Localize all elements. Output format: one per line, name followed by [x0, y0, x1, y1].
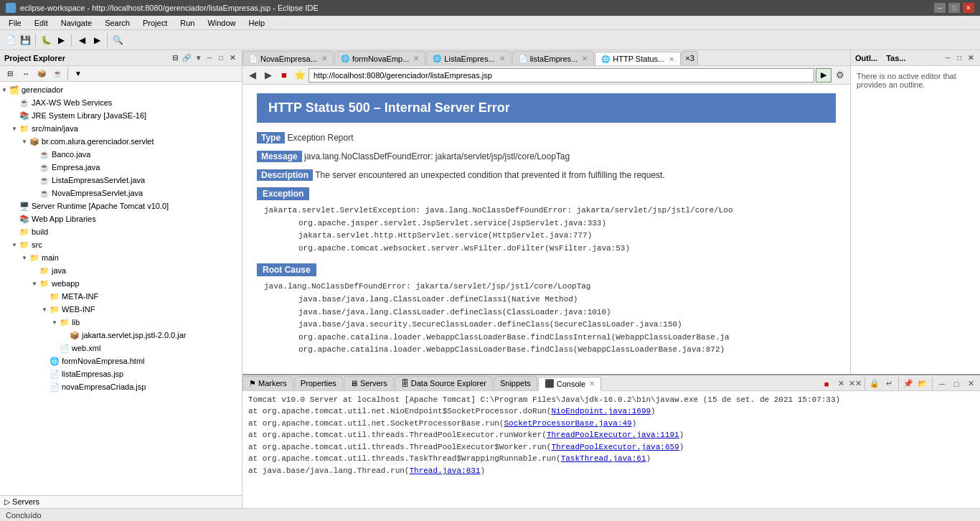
terminate-button[interactable]: ■ — [820, 377, 833, 390]
console-link[interactable]: SocketProcessorBase.java:49 — [504, 419, 631, 428]
word-wrap-button[interactable]: ↵ — [882, 377, 895, 390]
tab-overflow[interactable]: ×3 — [682, 51, 698, 65]
tree-item[interactable]: ☕ListaEmpresasServlet.java — [0, 174, 242, 187]
search-toolbar-button[interactable]: 🔍 — [110, 33, 125, 47]
tab-lista-empresas-jsp[interactable]: 📄 listaEmpres... ✕ — [512, 51, 595, 65]
tree-item[interactable]: 📄novaEmpresaCriada.jsp — [0, 380, 242, 393]
url-input[interactable] — [308, 68, 814, 83]
go-button[interactable]: ▶ — [816, 68, 831, 83]
tree-item[interactable]: ☕NovaEmpresaServlet.java — [0, 187, 242, 200]
tree-item[interactable]: 📄listaEmpresas.jsp — [0, 367, 242, 380]
browser-back-button[interactable]: ◀ — [245, 68, 260, 83]
tree-item[interactable]: 🌐formNovaEmpresa.html — [0, 355, 242, 367]
tab-properties[interactable]: Properties — [294, 376, 343, 390]
new-java-package-button[interactable]: 📦 — [34, 67, 49, 81]
view-menu-button[interactable]: ▾ — [193, 53, 203, 63]
tab-close-nova-empresa[interactable]: ✕ — [321, 55, 327, 62]
tab-data-source[interactable]: 🗄 Data Source Explorer — [395, 376, 493, 390]
tree-item[interactable]: ▼📁main — [0, 251, 242, 264]
menu-navigate[interactable]: Navigate — [55, 17, 98, 29]
tree-item[interactable]: 📚JRE System Library [JavaSE-16] — [0, 109, 242, 122]
forward-history-button[interactable]: ▶ — [90, 33, 104, 47]
tree-item[interactable]: ▼🗂️gerenciador — [0, 83, 242, 96]
tree-item[interactable]: 📁java — [0, 264, 242, 277]
menu-project[interactable]: Project — [137, 17, 173, 29]
collapse-tree-button[interactable]: ⊟ — [3, 67, 17, 81]
menu-search[interactable]: Search — [99, 17, 136, 29]
console-link[interactable]: ThreadPoolExecutor.java:659 — [551, 443, 679, 451]
tab-snippets[interactable]: Snippets — [494, 376, 537, 390]
outline-close[interactable]: ✕ — [966, 53, 976, 63]
outline-tab[interactable]: Outl... — [855, 54, 877, 62]
console-link[interactable]: NioEndpoint.java:1699 — [551, 407, 651, 416]
tree-item[interactable]: ☕Empresa.java — [0, 161, 242, 174]
menu-edit[interactable]: Edit — [29, 17, 54, 29]
minimize-button[interactable]: ─ — [934, 3, 946, 13]
browser-settings-button[interactable]: ⚙ — [833, 68, 847, 83]
outline-maximize[interactable]: □ — [954, 53, 964, 63]
tab-close-http[interactable]: ✕ — [669, 55, 674, 63]
tree-item[interactable]: 📁build — [0, 225, 242, 238]
tree-item[interactable]: 🖥️Server Runtime [Apache Tomcat v10.0] — [0, 200, 242, 212]
close-panel-button[interactable]: ✕ — [227, 53, 237, 63]
console-link[interactable]: Thread.java:831 — [409, 466, 480, 475]
console-link[interactable]: TaskThread.java:61 — [561, 454, 646, 463]
maximize-panel-button[interactable]: □ — [216, 53, 226, 63]
tree-item[interactable]: ▼📦br.com.alura.gerenciador.servlet — [0, 135, 242, 148]
tab-lista-empresas[interactable]: 🌐 ListaEmpres... ✕ — [426, 51, 511, 65]
menu-run[interactable]: Run — [174, 17, 200, 29]
tree-item[interactable]: 📦jakarta.servlet.jsp.jstl-2.0.0.jar — [0, 329, 242, 342]
collapse-all-button[interactable]: ⊟ — [170, 53, 180, 63]
run-button[interactable]: ▶ — [54, 33, 68, 47]
tree-item[interactable]: 📁META-INF — [0, 290, 242, 303]
menu-window[interactable]: Window — [202, 17, 241, 29]
tab-http-status[interactable]: 🌐 HTTP Status... ✕ — [595, 52, 681, 66]
debug-button[interactable]: 🐛 — [39, 33, 53, 47]
tree-filter-button[interactable]: ▼ — [71, 67, 85, 81]
tree-item[interactable]: 📄web.xml — [0, 342, 242, 355]
tree-item[interactable]: ▼📁src — [0, 238, 242, 251]
browser-stop-button[interactable]: ■ — [277, 68, 291, 83]
tree-item[interactable]: ▼📁lib — [0, 316, 242, 329]
link-with-editor-button[interactable]: ↔ — [19, 67, 33, 81]
tree-item[interactable]: ☕JAX-WS Web Services — [0, 96, 242, 109]
tree-item[interactable]: ☕Banco.java — [0, 148, 242, 161]
close-button[interactable]: ✕ — [963, 3, 974, 13]
console-tab-close[interactable]: ✕ — [589, 380, 595, 388]
tree-item[interactable]: 📚Web App Libraries — [0, 212, 242, 225]
tree-item[interactable]: ▼📁WEB-INF — [0, 303, 242, 316]
tab-servers[interactable]: 🖥 Servers — [344, 376, 394, 390]
remove-all-button[interactable]: ✕✕ — [849, 377, 862, 390]
menu-file[interactable]: File — [3, 17, 27, 29]
console-link[interactable]: ThreadPoolExecutor.java:1191 — [547, 431, 679, 439]
new-class-button[interactable]: ☕ — [50, 67, 65, 81]
tab-close-form-nova[interactable]: ✕ — [413, 55, 419, 62]
tab-close-lista[interactable]: ✕ — [499, 55, 505, 62]
save-button[interactable]: 💾 — [18, 33, 32, 47]
maximize-button[interactable]: □ — [948, 3, 960, 13]
browser-bookmark-button[interactable]: ⭐ — [293, 68, 307, 83]
remove-launch-button[interactable]: ✕ — [834, 377, 847, 390]
menu-help[interactable]: Help — [243, 17, 271, 29]
maximize-bottom[interactable]: □ — [950, 377, 963, 390]
tab-markers[interactable]: ⚑ Markers — [242, 376, 293, 390]
browser-forward-button[interactable]: ▶ — [261, 68, 275, 83]
close-bottom[interactable]: ✕ — [964, 377, 977, 390]
new-button[interactable]: 📄 — [3, 33, 17, 47]
back-history-button[interactable]: ◀ — [75, 33, 89, 47]
minimize-panel-button[interactable]: ─ — [204, 53, 215, 63]
minimize-bottom[interactable]: ─ — [936, 377, 948, 390]
tasks-tab[interactable]: Tas... — [886, 54, 905, 62]
servers-section[interactable]: ▷ Servers — [0, 495, 242, 508]
pin-console-button[interactable]: 📌 — [902, 377, 915, 390]
tree-item[interactable]: ▼📁webapp — [0, 277, 242, 290]
tab-form-nova[interactable]: 🌐 formNovaEmp... ✕ — [334, 51, 425, 65]
tab-close-lista-jsp[interactable]: ✕ — [582, 55, 588, 62]
outline-minimize[interactable]: ─ — [943, 53, 953, 63]
tab-nova-empresa[interactable]: 📄 NovaEmpresa... ✕ — [242, 51, 334, 65]
scroll-lock-button[interactable]: 🔒 — [868, 377, 881, 390]
tree-item[interactable]: ▼📁src/main/java — [0, 122, 242, 135]
open-console-button[interactable]: 📂 — [916, 377, 929, 390]
link-editor-button[interactable]: 🔗 — [182, 53, 192, 63]
tab-console[interactable]: ⬛ Console ✕ — [538, 377, 601, 391]
